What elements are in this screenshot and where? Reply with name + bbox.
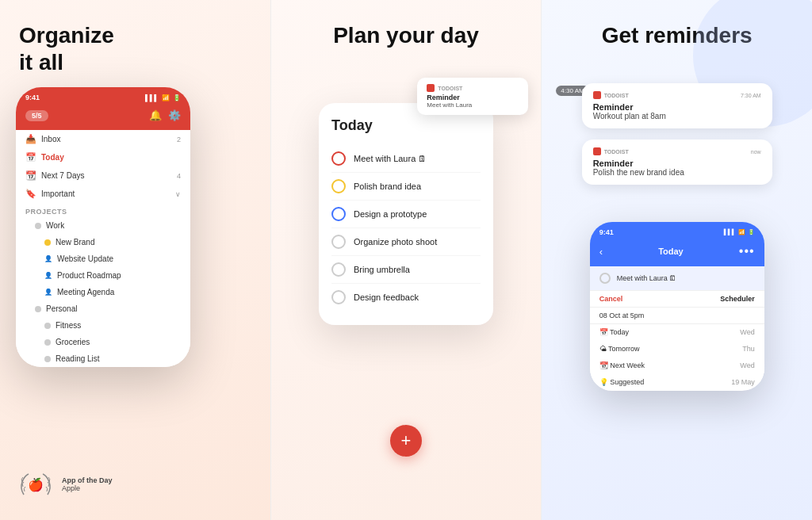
notif-app-icon bbox=[427, 84, 435, 92]
task-label-feedback: Design feedback bbox=[354, 292, 419, 302]
nav-item-groceries[interactable]: Groceries bbox=[16, 334, 190, 350]
tomorrow-schedule-label: 🌤 Tomorrow bbox=[599, 345, 640, 353]
task-item-laura[interactable]: Meet with Laura 🗓 bbox=[331, 145, 481, 173]
task-label-design: Design a prototype bbox=[354, 209, 427, 219]
task-item-feedback[interactable]: Design feedback bbox=[331, 284, 481, 311]
schedule-row-today[interactable]: 📅 Today Wed bbox=[590, 324, 764, 340]
reminders-area: TODOIST 7:30 AM Reminder Workout plan at… bbox=[582, 83, 772, 191]
next7-badge: 4 bbox=[177, 172, 181, 180]
nav-item-work[interactable]: Work bbox=[16, 217, 190, 234]
notif-body: Meet with Laura bbox=[427, 101, 519, 109]
nav-item-product[interactable]: 👤 Product Roadmap bbox=[16, 267, 190, 284]
nav-label-reading: Reading List bbox=[56, 354, 100, 363]
dot-newbrand bbox=[44, 239, 51, 246]
dot-work bbox=[35, 223, 41, 229]
nav-label-groceries: Groceries bbox=[56, 338, 90, 346]
reminder2-time: now bbox=[751, 149, 761, 155]
notif-title: Reminder bbox=[427, 94, 519, 101]
scheduler-header: Cancel Scheduler bbox=[590, 291, 764, 308]
reminder1-title: Reminder bbox=[593, 102, 761, 112]
phone3-task-item[interactable]: Meet with Laura 🗓 bbox=[590, 266, 764, 291]
wreath: 🍎 bbox=[16, 465, 56, 504]
panel1-heading: Organizeit all bbox=[0, 0, 270, 88]
phone-time: 9:41 bbox=[25, 94, 40, 101]
add-task-fab[interactable]: + bbox=[390, 425, 422, 457]
nav-item-important[interactable]: 🔖 Important ∨ bbox=[16, 185, 190, 203]
task-circle-laura bbox=[331, 151, 346, 166]
dot-groceries bbox=[44, 339, 51, 346]
task-item-photo[interactable]: Organize photo shoot bbox=[331, 228, 481, 256]
reminder1-time: 7:30 AM bbox=[741, 93, 761, 98]
reminder-card-1: TODOIST 7:30 AM Reminder Workout plan at… bbox=[582, 83, 772, 128]
nav-item-today[interactable]: 📅 Today bbox=[16, 148, 190, 166]
reminder2-icon bbox=[593, 147, 601, 155]
nav-item-newbrand[interactable]: New Brand bbox=[16, 234, 190, 250]
nav-label-website: Website Update bbox=[57, 254, 113, 263]
nav-item-fitness[interactable]: Fitness bbox=[16, 317, 190, 334]
nav-label-fitness: Fitness bbox=[56, 321, 81, 330]
suggested-schedule-label: 💡 Suggested bbox=[599, 378, 645, 386]
nav-label-next7: Next 7 Days bbox=[41, 171, 84, 180]
task-label-laura: Meet with Laura 🗓 bbox=[354, 154, 427, 163]
nav-item-reading[interactable]: Reading List bbox=[16, 350, 190, 367]
tomorrow-schedule-day: Thu bbox=[742, 345, 755, 353]
phone-mockup-1: 9:41 ▌▌▌ 📶 🔋 5/5 🔔 ⚙️ 📥 Inbox 2 bbox=[16, 87, 190, 367]
reminder2-header: TODOIST now bbox=[593, 147, 761, 155]
dot-fitness bbox=[44, 323, 51, 329]
reminder-card-2: TODOIST now Reminder Polish the new bran… bbox=[582, 140, 772, 185]
task-item-design[interactable]: Design a prototype bbox=[331, 201, 481, 228]
nav-item-personal[interactable]: Personal bbox=[16, 300, 190, 317]
phone-mockup-3: 9:41 ▌▌▌ 📶 🔋 ‹ Today ••• Meet with Laura… bbox=[590, 222, 764, 391]
phone3-time: 9:41 bbox=[599, 228, 614, 236]
more-button[interactable]: ••• bbox=[739, 244, 755, 258]
date-input[interactable]: 08 Oct at 5pm bbox=[590, 308, 764, 324]
nav-label-personal: Personal bbox=[46, 304, 77, 313]
schedule-row-suggested[interactable]: 💡 Suggested 19 May bbox=[590, 374, 764, 390]
person-icon-website: 👤 bbox=[44, 255, 52, 262]
today-icon: 📅 bbox=[25, 152, 36, 162]
dot-reading bbox=[44, 356, 51, 362]
phone-signal-icons: ▌▌▌ 📶 🔋 bbox=[145, 94, 181, 101]
badge-line1: App of the Day bbox=[62, 476, 113, 484]
person-icon-product: 👤 bbox=[44, 272, 52, 279]
scheduler-title: Scheduler bbox=[720, 295, 755, 303]
panel-plan: Plan your day TODOIST Reminder Meet with… bbox=[270, 0, 542, 520]
nav-label-work: Work bbox=[46, 221, 64, 230]
task-circle-photo bbox=[331, 235, 346, 249]
phone-nav-body: 📥 Inbox 2 📅 Today 📆 Next 7 Days 4 bbox=[16, 130, 190, 367]
next7-icon: 📆 bbox=[25, 170, 36, 181]
reminder2-title: Reminder bbox=[593, 159, 761, 168]
task-label-umbrella: Bring umbrella bbox=[354, 265, 410, 274]
nav-label-important: Important bbox=[41, 189, 75, 198]
suggested-schedule-day: 19 May bbox=[731, 378, 755, 386]
today-schedule-label: 📅 Today bbox=[599, 328, 629, 336]
projects-section-label: Projects bbox=[16, 203, 190, 217]
apple-logo-icon: 🍎 bbox=[28, 477, 44, 492]
settings-icon[interactable]: ⚙️ bbox=[168, 109, 181, 122]
reminder2-body: Polish the new brand idea bbox=[593, 168, 761, 177]
reminder1-header: TODOIST 7:30 AM bbox=[593, 91, 761, 99]
nav-item-meeting[interactable]: 👤 Meeting Agenda bbox=[16, 284, 190, 300]
signal-icon: ▌▌▌ bbox=[724, 229, 736, 235]
cancel-button[interactable]: Cancel bbox=[599, 295, 623, 303]
badge-text: App of the Day Apple bbox=[62, 476, 113, 492]
nav-label-product: Product Roadmap bbox=[57, 271, 121, 280]
task-item-umbrella[interactable]: Bring umbrella bbox=[331, 256, 481, 284]
nav-label-today: Today bbox=[41, 153, 64, 162]
phone3-nav-title: Today bbox=[603, 247, 739, 256]
schedule-row-nextweek[interactable]: 📆 Next Week Wed bbox=[590, 358, 764, 373]
task-circle-design bbox=[331, 207, 346, 221]
nav-item-inbox[interactable]: 📥 Inbox 2 bbox=[16, 130, 190, 148]
phone-toolbar: 5/5 🔔 ⚙️ bbox=[16, 106, 190, 130]
nav-item-next7[interactable]: 📆 Next 7 Days 4 bbox=[16, 166, 190, 185]
inbox-badge: 2 bbox=[177, 136, 181, 143]
task-label-photo: Organize photo shoot bbox=[354, 237, 437, 247]
task-circle-polish bbox=[331, 179, 346, 193]
nav-label-newbrand: New Brand bbox=[56, 238, 94, 247]
bell-icon[interactable]: 🔔 bbox=[149, 109, 162, 122]
schedule-row-tomorrow[interactable]: 🌤 Tomorrow Thu bbox=[590, 341, 764, 357]
task-item-polish[interactable]: Polish brand idea bbox=[331, 173, 481, 201]
today-schedule-day: Wed bbox=[740, 328, 754, 336]
nav-item-website[interactable]: 👤 Website Update bbox=[16, 250, 190, 267]
wifi-icon: 📶 bbox=[738, 229, 745, 235]
